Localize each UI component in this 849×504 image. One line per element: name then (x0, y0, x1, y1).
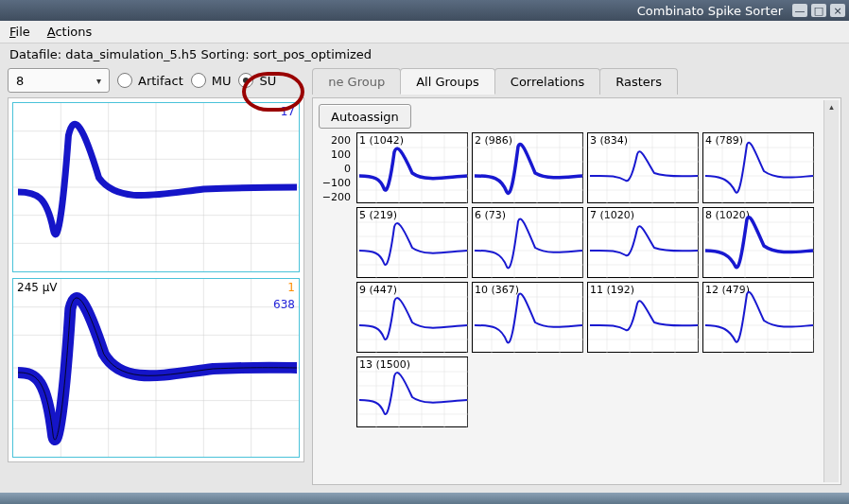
minimize-button[interactable]: — (792, 4, 807, 17)
cluster-waveform (357, 357, 469, 428)
maximize-button[interactable]: □ (811, 4, 826, 17)
scroll-up-icon[interactable]: ▴ (824, 100, 839, 113)
cluster-waveform (473, 133, 584, 204)
cluster-7[interactable]: 7 (1020) (587, 207, 699, 278)
radio-artifact-input[interactable] (117, 73, 132, 88)
cluster-waveform (588, 283, 700, 354)
waveform-plot-bottom[interactable]: 245 µV 1 638 (12, 278, 300, 458)
radio-su-input[interactable] (238, 73, 253, 88)
waveform-plot-top[interactable]: 17 (12, 102, 300, 272)
status-text: Datafile: data_simulation_5.h5 Sorting: … (0, 43, 849, 65)
tab-correlations[interactable]: Correlations (494, 68, 600, 95)
top-plot-count: 17 (281, 105, 295, 118)
cluster-13[interactable]: 13 (1500) (356, 356, 468, 427)
radio-mu-input[interactable] (191, 73, 206, 88)
radio-su[interactable]: SU (238, 73, 276, 88)
y-axis-ticks: 200 100 0 −100 −200 (319, 132, 351, 203)
cluster-waveform (588, 208, 700, 279)
radio-mu-label: MU (212, 74, 232, 88)
bottom-plot-count: 638 (273, 298, 295, 311)
cluster-10[interactable]: 10 (367) (472, 282, 583, 353)
cluster-waveform (703, 283, 815, 354)
radio-su-label: SU (259, 74, 276, 88)
footer-bar (0, 493, 849, 504)
menubar: File Actions (0, 21, 849, 43)
tabs: ne Group All Groups Correlations Rasters (312, 67, 677, 94)
tab-rasters[interactable]: Rasters (599, 68, 678, 95)
cluster-grid-area: 200 100 0 −100 −200 1 (1042)2 (986)3 (83… (319, 132, 835, 427)
bottom-plot-uv: 245 µV (17, 281, 58, 294)
right-panel: ▴ Autoassign 200 100 0 −100 −200 1 (1042… (312, 97, 841, 485)
cluster-5[interactable]: 5 (219) (356, 207, 468, 278)
cluster-8[interactable]: 8 (1020) (702, 207, 814, 278)
radio-mu[interactable]: MU (191, 73, 232, 88)
cluster-waveform (357, 283, 469, 354)
cluster-waveform (357, 133, 469, 204)
cluster-waveform (703, 133, 815, 204)
left-panel: 17 245 µV 1 638 (8, 97, 304, 462)
waveform-plot-bottom-svg (13, 279, 299, 457)
cluster-9[interactable]: 9 (447) (356, 282, 468, 353)
autoassign-button[interactable]: Autoassign (319, 104, 411, 129)
cluster-12[interactable]: 12 (479) (702, 282, 814, 353)
close-button[interactable]: × (830, 4, 845, 17)
content-area: 17 245 µV 1 638 (0, 97, 849, 493)
cluster-waveform (703, 208, 815, 279)
right-panel-scrollbar[interactable]: ▴ (823, 100, 839, 482)
cluster-4[interactable]: 4 (789) (702, 132, 814, 203)
radio-artifact[interactable]: Artifact (117, 73, 183, 88)
cluster-waveform (357, 208, 469, 279)
radio-artifact-label: Artifact (138, 74, 183, 88)
toolbar: 8 Artifact MU SU ne Group All Groups Cor… (0, 65, 849, 97)
cluster-waveform (473, 208, 584, 279)
cluster-waveform (588, 133, 700, 204)
menu-actions[interactable]: Actions (47, 25, 93, 39)
cluster-1[interactable]: 1 (1042) (356, 132, 468, 203)
cluster-waveform (473, 283, 584, 354)
cluster-grid: 1 (1042)2 (986)3 (834)4 (789)5 (219)6 (7… (356, 132, 814, 427)
cluster-2[interactable]: 2 (986) (472, 132, 583, 203)
channel-selector[interactable]: 8 (8, 68, 110, 93)
cluster-6[interactable]: 6 (73) (472, 207, 583, 278)
window-title: Combinato Spike Sorter (637, 4, 783, 18)
bottom-plot-orange: 1 (287, 281, 295, 294)
cluster-3[interactable]: 3 (834) (587, 132, 699, 203)
titlebar: Combinato Spike Sorter — □ × (0, 0, 849, 21)
waveform-plot-top-svg (13, 103, 299, 271)
cluster-11[interactable]: 11 (192) (587, 282, 699, 353)
menu-file[interactable]: File (9, 25, 30, 39)
tab-all-groups[interactable]: All Groups (400, 68, 495, 95)
tab-one-group[interactable]: ne Group (312, 68, 401, 95)
channel-value: 8 (16, 74, 24, 88)
